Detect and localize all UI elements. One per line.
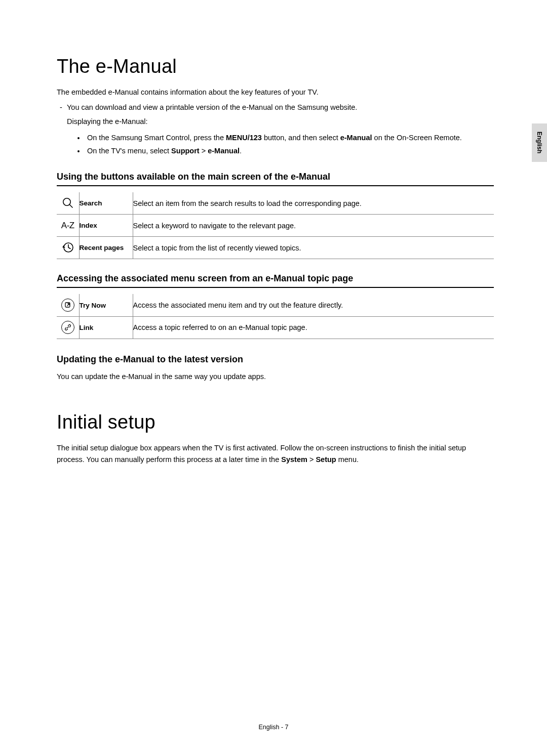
link-icon-cell (57, 316, 79, 339)
page-footer: English - 7 (0, 724, 547, 731)
buttons-table: Search Select an item from the search re… (57, 192, 494, 260)
row-desc: Select an item from the search results t… (133, 192, 494, 215)
row-desc: Access the associated menu item and try … (133, 294, 494, 316)
initial-setup-text: The initial setup dialogue box appears w… (57, 442, 494, 465)
row-label: Link (79, 316, 133, 339)
footer-lang: English (258, 724, 279, 731)
az-icon-cell: A-Z (57, 215, 79, 237)
subheading-accessing: Accessing the associated menu screen fro… (57, 273, 494, 288)
heading-initial-setup: Initial setup (57, 411, 494, 433)
dash-note: You can download and view a printable ve… (60, 102, 494, 113)
svg-line-1 (69, 204, 72, 207)
heading-emanual: The e-Manual (57, 56, 494, 77)
row-label: Try Now (79, 294, 133, 316)
row-desc: Select a keyword to navigate to the rele… (133, 215, 494, 237)
language-tab-label: English (536, 132, 543, 153)
history-icon (60, 240, 75, 255)
az-icon: A-Z (60, 218, 75, 233)
search-icon-cell (57, 192, 79, 215)
intro-text: The embedded e-Manual contains informati… (57, 87, 494, 98)
row-desc: Access a topic referred to on an e-Manua… (133, 316, 494, 339)
table-row: Try Now Access the associated menu item … (57, 294, 494, 316)
subheading-buttons: Using the buttons available on the main … (57, 172, 494, 186)
table-row: Recent pages Select a topic from the lis… (57, 237, 494, 259)
footer-page-number: 7 (285, 724, 289, 731)
list-item: On the Samsung Smart Control, press the … (85, 131, 494, 144)
trynow-icon-cell (57, 294, 79, 316)
display-steps-list: On the Samsung Smart Control, press the … (85, 131, 494, 157)
manual-page: English The e-Manual The embedded e-Manu… (0, 0, 547, 756)
list-item: On the TV's menu, select Support > e-Man… (85, 144, 494, 157)
displaying-label: Displaying the e-Manual: (67, 115, 494, 128)
row-label: Search (79, 192, 133, 215)
trynow-icon (61, 299, 74, 312)
row-label: Index (79, 215, 133, 237)
table-row: Link Access a topic referred to on an e-… (57, 316, 494, 339)
history-icon-cell (57, 237, 79, 259)
search-icon (60, 195, 75, 211)
table-row: Search Select an item from the search re… (57, 192, 494, 215)
row-label: Recent pages (79, 237, 133, 259)
updating-text: You can update the e-Manual in the same … (57, 371, 494, 382)
row-desc: Select a topic from the list of recently… (133, 237, 494, 259)
language-tab: English (532, 123, 547, 162)
access-table: Try Now Access the associated menu item … (57, 294, 494, 339)
table-row: A-Z Index Select a keyword to navigate t… (57, 215, 494, 237)
subheading-updating: Updating the e-Manual to the latest vers… (57, 354, 494, 368)
link-icon (61, 321, 74, 334)
